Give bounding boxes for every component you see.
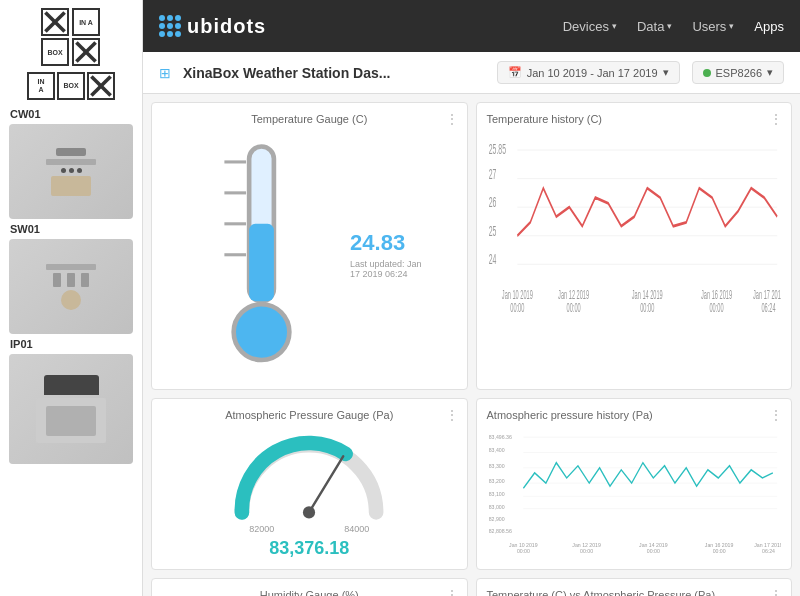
- dashboard-icon: ⊞: [159, 65, 171, 81]
- pcb-dot: [61, 168, 66, 173]
- svg-text:27: 27: [488, 164, 496, 182]
- svg-text:24: 24: [488, 250, 496, 268]
- thermometer-icon: [189, 131, 334, 379]
- logo-bottom: INA BOX: [27, 72, 115, 100]
- logo-dots: [159, 15, 181, 37]
- svg-text:83,496.36: 83,496.36: [488, 433, 511, 439]
- nav-data[interactable]: Data ▾: [637, 19, 672, 34]
- pcb-dot: [69, 168, 74, 173]
- svg-text:82,900: 82,900: [488, 515, 504, 521]
- pressure-gauge-widget: Atmospheric Pressure Gauge (Pa) ⋮ 82000 …: [151, 398, 468, 571]
- humidity-gauge-menu-icon[interactable]: ⋮: [445, 587, 459, 596]
- svg-rect-7: [249, 224, 274, 301]
- nav-devices[interactable]: Devices ▾: [563, 19, 617, 34]
- pressure-gauge-content: 82000 84000 83,376.18: [193, 427, 425, 560]
- logo-cell-x: [41, 8, 69, 36]
- nav-apps[interactable]: Apps: [754, 19, 784, 34]
- temp-history-menu-icon[interactable]: ⋮: [769, 111, 783, 127]
- dot: [167, 15, 173, 21]
- svg-text:83,100: 83,100: [488, 490, 504, 496]
- temp-history-title: Temperature history (C): [487, 113, 782, 125]
- usb-body: [36, 398, 106, 443]
- dot: [167, 31, 173, 37]
- scatter-title: Temperature (C) vs Atmospheric Pressure …: [487, 589, 782, 596]
- nav-links: Devices ▾ Data ▾ Users ▾ Apps: [563, 19, 784, 34]
- dot: [175, 23, 181, 29]
- device-status-icon: [703, 69, 711, 77]
- svg-text:00:00: 00:00: [566, 300, 580, 314]
- pressure-history-menu-icon[interactable]: ⋮: [769, 407, 783, 423]
- pressure-gauge-title: Atmospheric Pressure Gauge (Pa): [225, 409, 393, 421]
- svg-line-33: [309, 456, 343, 512]
- device-card-sw01[interactable]: [9, 239, 133, 334]
- logo-x3: [87, 72, 115, 100]
- svg-text:00:00: 00:00: [712, 548, 725, 554]
- device-pcb-sw01: [9, 239, 133, 334]
- pressure-gauge-menu-icon[interactable]: ⋮: [445, 407, 459, 423]
- svg-text:06:24: 06:24: [762, 548, 775, 554]
- gauge-min-label: 82000: [249, 524, 274, 534]
- temp-value: 24.83: [350, 230, 405, 256]
- svg-text:Jan 10 2019: Jan 10 2019: [501, 287, 532, 301]
- logo-cell-box: BOX: [41, 38, 69, 66]
- svg-text:00:00: 00:00: [580, 548, 593, 554]
- humidity-gauge-widget: Humidity Gauge (%) ⋮ 52.10 Last updated:…: [151, 578, 468, 596]
- svg-text:83,000: 83,000: [488, 503, 504, 509]
- dot: [175, 31, 181, 37]
- temp-history-widget: Temperature history (C) ⋮ 25.85 27 26 25…: [476, 102, 793, 390]
- svg-text:Jan 16 2019: Jan 16 2019: [701, 287, 732, 301]
- date-range-picker[interactable]: 📅 Jan 10 2019 - Jan 17 2019 ▾: [497, 61, 680, 84]
- pcb-dot: [77, 168, 82, 173]
- pressure-value: 83,376.18: [269, 538, 349, 559]
- pcb-module-cw01: [51, 176, 91, 196]
- temp-gauge-menu-icon[interactable]: ⋮: [445, 111, 459, 127]
- calendar-icon: 📅: [508, 66, 522, 79]
- pressure-history-widget: Atmospheric pressure history (Pa) ⋮ 83,4…: [476, 398, 793, 571]
- temp-history-svg: 25.85 27 26 25 24 Jan 10 2019 00:00: [487, 131, 782, 379]
- top-nav: ubidots Devices ▾ Data ▾ Users ▾ Apps: [143, 0, 800, 52]
- svg-text:00:00: 00:00: [516, 548, 529, 554]
- dot: [167, 23, 173, 29]
- data-arrow-icon: ▾: [667, 21, 672, 31]
- nav-data-label: Data: [637, 19, 664, 34]
- device-card-ip01[interactable]: [9, 354, 133, 464]
- svg-point-8: [234, 304, 290, 360]
- svg-text:25: 25: [488, 222, 496, 240]
- svg-text:00:00: 00:00: [640, 300, 654, 314]
- svg-text:83,400: 83,400: [488, 447, 504, 453]
- humidity-gauge-title: Humidity Gauge (%): [260, 589, 359, 596]
- dashboard: Temperature Gauge (C) ⋮ 24.83 Last updat…: [143, 94, 800, 596]
- devices-arrow-icon: ▾: [612, 21, 617, 31]
- svg-text:Jan 14 2019: Jan 14 2019: [631, 287, 662, 301]
- logo-in-a: INA: [27, 72, 55, 100]
- svg-text:83,200: 83,200: [488, 477, 504, 483]
- logo-cell-in: IN A: [72, 8, 100, 36]
- scatter-menu-icon[interactable]: ⋮: [769, 587, 783, 596]
- temp-history-chart: 25.85 27 26 25 24 Jan 10 2019 00:00: [487, 131, 782, 379]
- nav-users[interactable]: Users ▾: [692, 19, 734, 34]
- pcb-dots-cw01: [61, 168, 82, 173]
- pressure-history-title: Atmospheric pressure history (Pa): [487, 409, 782, 421]
- dot: [159, 31, 165, 37]
- device-card-cw01[interactable]: [9, 124, 133, 219]
- svg-text:25.85: 25.85: [488, 140, 506, 158]
- usb-head: [44, 375, 99, 395]
- pressure-history-chart: 83,496.36 83,400 83,300 83,200 83,100 83…: [487, 427, 782, 560]
- pressure-arc-svg: [193, 427, 425, 525]
- logo-box-text: BOX: [57, 72, 85, 100]
- nav-devices-label: Devices: [563, 19, 609, 34]
- svg-text:Jan 12 2019: Jan 12 2019: [558, 287, 589, 301]
- device-selector[interactable]: ESP8266 ▾: [692, 61, 784, 84]
- temp-value-group: 24.83 Last updated: Jan 17 2019 06:24: [350, 230, 429, 279]
- nav-users-label: Users: [692, 19, 726, 34]
- usb-board: [46, 406, 96, 436]
- svg-point-34: [303, 506, 315, 518]
- svg-text:82,808.56: 82,808.56: [488, 527, 511, 533]
- dashboard-title: XinaBox Weather Station Das...: [183, 65, 390, 81]
- device-pcb-cw01: [9, 124, 133, 219]
- logo-top: IN A BOX: [41, 8, 101, 66]
- temp-gauge-content: 24.83 Last updated: Jan 17 2019 06:24: [189, 131, 429, 379]
- svg-text:Jan 17 2018: Jan 17 2018: [753, 287, 781, 301]
- date-range-label: Jan 10 2019 - Jan 17 2019: [527, 67, 658, 79]
- scatter-plot-widget: Temperature (C) vs Atmospheric Pressure …: [476, 578, 793, 596]
